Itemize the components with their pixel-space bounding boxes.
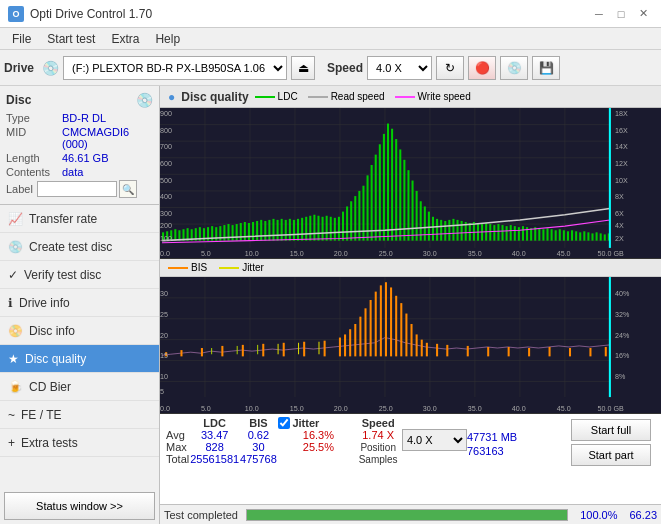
close-button[interactable]: ✕ bbox=[633, 6, 653, 22]
svg-rect-193 bbox=[385, 282, 387, 356]
avg-label: Avg bbox=[166, 429, 190, 441]
menu-extra[interactable]: Extra bbox=[103, 30, 147, 48]
progress-pct: 100.0% bbox=[580, 509, 617, 521]
svg-rect-178 bbox=[221, 346, 223, 356]
nav-disc-quality[interactable]: ★ Disc quality bbox=[0, 345, 159, 373]
svg-rect-107 bbox=[522, 226, 524, 241]
svg-rect-81 bbox=[416, 191, 418, 241]
svg-rect-115 bbox=[555, 230, 557, 240]
length-label: Length bbox=[6, 152, 62, 164]
start-part-button[interactable]: Start part bbox=[571, 444, 651, 466]
svg-rect-83 bbox=[424, 206, 426, 240]
svg-rect-192 bbox=[380, 286, 382, 357]
disc-section-title: Disc bbox=[6, 93, 31, 107]
svg-text:30.0: 30.0 bbox=[423, 249, 437, 258]
status-window-button[interactable]: Status window >> bbox=[4, 492, 155, 520]
svg-rect-114 bbox=[551, 229, 553, 240]
start-full-button[interactable]: Start full bbox=[571, 419, 651, 441]
nav-extra-tests[interactable]: + Extra tests bbox=[0, 429, 159, 457]
eject-button[interactable]: ⏏ bbox=[291, 56, 315, 80]
svg-rect-182 bbox=[303, 342, 305, 357]
avg-jitter: 16.3% bbox=[278, 429, 358, 441]
disc-label-input[interactable] bbox=[37, 181, 117, 197]
disc-label-btn[interactable]: 🔍 bbox=[119, 180, 137, 198]
svg-text:40.0: 40.0 bbox=[512, 249, 526, 258]
svg-rect-109 bbox=[530, 228, 532, 240]
menu-help[interactable]: Help bbox=[147, 30, 188, 48]
svg-rect-202 bbox=[436, 344, 438, 357]
svg-text:25: 25 bbox=[160, 310, 168, 319]
svg-text:15: 15 bbox=[160, 352, 168, 361]
svg-rect-112 bbox=[542, 229, 544, 240]
drive-label: Drive bbox=[4, 61, 34, 75]
svg-rect-127 bbox=[604, 234, 606, 240]
svg-rect-183 bbox=[324, 341, 326, 357]
speed-select[interactable]: 4.0 X bbox=[367, 56, 432, 80]
svg-rect-88 bbox=[444, 221, 446, 241]
svg-rect-125 bbox=[596, 232, 598, 240]
speed-label: Speed bbox=[327, 61, 363, 75]
jitter-checkbox[interactable] bbox=[278, 417, 290, 429]
svg-rect-191 bbox=[375, 292, 377, 357]
svg-text:20.0: 20.0 bbox=[334, 249, 348, 258]
svg-text:5.0: 5.0 bbox=[201, 249, 211, 258]
svg-text:14X: 14X bbox=[615, 142, 628, 151]
svg-rect-100 bbox=[493, 225, 495, 241]
speed-result-select[interactable]: 4.0 X bbox=[402, 429, 467, 451]
svg-rect-179 bbox=[242, 345, 244, 356]
svg-rect-75 bbox=[391, 129, 393, 241]
svg-text:8%: 8% bbox=[615, 373, 626, 382]
svg-rect-105 bbox=[514, 226, 516, 241]
svg-rect-99 bbox=[489, 224, 491, 241]
nav-drive-info[interactable]: ℹ Drive info bbox=[0, 289, 159, 317]
disc-button[interactable]: 💿 bbox=[500, 56, 528, 80]
svg-rect-200 bbox=[421, 340, 423, 357]
nav-transfer-rate[interactable]: 📈 Transfer rate bbox=[0, 205, 159, 233]
avg-speed: 1.74 X bbox=[358, 429, 397, 441]
svg-rect-188 bbox=[359, 317, 361, 357]
save-button[interactable]: 💾 bbox=[532, 56, 560, 80]
progress-fill bbox=[247, 510, 567, 520]
svg-text:10.0: 10.0 bbox=[245, 404, 259, 413]
svg-text:10: 10 bbox=[160, 373, 168, 382]
drive-select[interactable]: (F:) PLEXTOR BD-R PX-LB950SA 1.06 bbox=[63, 56, 287, 80]
samples-label: Samples bbox=[358, 453, 397, 465]
svg-rect-51 bbox=[293, 220, 295, 241]
svg-rect-87 bbox=[440, 220, 442, 241]
menu-file[interactable]: File bbox=[4, 30, 39, 48]
svg-rect-86 bbox=[436, 219, 438, 241]
svg-rect-197 bbox=[405, 314, 407, 357]
svg-rect-198 bbox=[411, 324, 413, 356]
window-controls: ─ □ ✕ bbox=[589, 6, 653, 22]
svg-rect-46 bbox=[272, 219, 274, 241]
app-title: Opti Drive Control 1.70 bbox=[30, 7, 152, 21]
refresh-button[interactable]: ↻ bbox=[436, 56, 464, 80]
svg-rect-85 bbox=[432, 217, 434, 241]
minimize-button[interactable]: ─ bbox=[589, 6, 609, 22]
svg-rect-70 bbox=[371, 165, 373, 241]
maximize-button[interactable]: □ bbox=[611, 6, 631, 22]
nav-cd-bier[interactable]: 🍺 CD Bier bbox=[0, 373, 159, 401]
nav-fe-te[interactable]: ~ FE / TE bbox=[0, 401, 159, 429]
svg-rect-118 bbox=[567, 231, 569, 240]
burn-button[interactable]: 🔴 bbox=[468, 56, 496, 80]
max-position-value: 47731 MB bbox=[467, 431, 517, 443]
disc-info-section: Disc 💿 Type BD-R DL MID CMCMAGDI6 (000) … bbox=[0, 86, 159, 205]
svg-text:50.0 GB: 50.0 GB bbox=[598, 404, 624, 413]
nav-disc-info-label: Disc info bbox=[29, 324, 75, 338]
nav-verify-test-disc[interactable]: ✓ Verify test disc bbox=[0, 261, 159, 289]
nav-disc-info[interactable]: 📀 Disc info bbox=[0, 317, 159, 345]
svg-rect-62 bbox=[338, 217, 340, 241]
menu-start-test[interactable]: Start test bbox=[39, 30, 103, 48]
max-bis: 30 bbox=[239, 441, 277, 453]
svg-text:15.0: 15.0 bbox=[290, 404, 304, 413]
svg-text:10X: 10X bbox=[615, 176, 628, 185]
nav-create-test-disc[interactable]: 💿 Create test disc bbox=[0, 233, 159, 261]
chart2-svg: 30 25 20 15 10 5 40% 32% 24% 16% 8% 0.0 … bbox=[160, 277, 661, 413]
svg-text:32%: 32% bbox=[615, 310, 630, 319]
nav-drive-info-label: Drive info bbox=[19, 296, 70, 310]
svg-rect-56 bbox=[313, 215, 315, 241]
svg-rect-36 bbox=[232, 225, 234, 241]
svg-rect-22 bbox=[174, 229, 176, 240]
svg-rect-65 bbox=[350, 201, 352, 240]
